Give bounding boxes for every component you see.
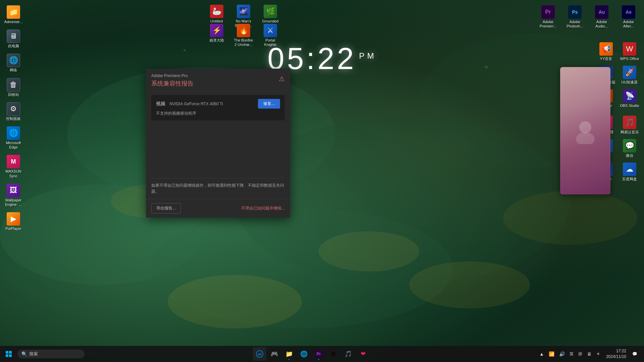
desktop-icon-label-edge: MicrosoftEdge — [6, 141, 21, 149]
desktop-icon-label-control-panel: 控制面板 — [6, 117, 21, 121]
desktop-icon-netease[interactable]: 🎵 网易云音乐 — [619, 114, 641, 136]
desktop-icon-obs[interactable]: 📡 OBS Studio — [619, 87, 641, 110]
taskbar-right-tray: ▲ 📶 🔊 英 拼 🖥 ☀ 17:22 2024/11/10 💬 — [538, 347, 641, 361]
desktop-icon-crash[interactable]: ⚡ 崩溃大陆 — [205, 22, 229, 49]
desktop-icon-adobe-aftereffects[interactable]: Ae AdobeAfter... — [616, 3, 641, 31]
top-right-icons: Pr AdobePremierr... Ps AdobePhotosh... A… — [536, 3, 641, 31]
desktop-icon-yy[interactable]: 📢 YY语音 — [595, 40, 617, 63]
taskbar-settings-icon: ⚙ — [331, 350, 336, 358]
taskbar-tray-keyboard-pinyin[interactable]: 拼 — [577, 350, 584, 358]
dialog-warning-text: 如果不理会已知问题继续操作，则可能遇到性能下降、不稳定和数据丢失问题。 — [151, 178, 285, 195]
taskbar-app-settings[interactable]: ⚙ — [327, 347, 340, 361]
desktop-icon-label-adobe-premiere: AdobePremierr... — [540, 20, 557, 28]
taskbar-app-browser[interactable]: 🌐 — [297, 347, 311, 361]
adobe-aftereffects-icon: Ae — [622, 5, 635, 19]
desktop-icon-edge[interactable]: 🌐 MicrosoftEdge — [1, 124, 25, 152]
taskbar-search-text: 搜索 — [29, 351, 38, 357]
desktop-icon-label-network: 网络 — [10, 68, 17, 72]
desktop-icon-label-bonfire: The Bonfire2 Unchar... — [234, 38, 253, 47]
desktop-icon-wallpaper[interactable]: 🖼 WallpaperEngine: ... — [1, 182, 25, 209]
dialog-continue-link[interactable]: 不理会已知问题并继续... — [241, 205, 285, 211]
svg-point-12 — [485, 66, 488, 68]
desktop-icon-label-obs: OBS Studio — [620, 104, 639, 108]
taskbar-search[interactable]: 🔍 搜索 — [17, 350, 85, 358]
desktop-icon-this-pc[interactable]: 🖥 此电脑 — [1, 27, 25, 50]
dialog-section-header: 视频 NVIDIA GeForce RTX 4060 Ti 修复... — [156, 99, 280, 109]
taskbar-date: 2024/11/10 — [606, 354, 626, 360]
dialog-issue-text: 不支持的视频驱动程序 — [156, 111, 280, 116]
taskbar-tray-keyboard-en[interactable]: 英 — [568, 350, 575, 358]
desktop-icon-label-this-pc: 此电脑 — [8, 44, 19, 48]
svg-rect-19 — [9, 354, 12, 357]
desktop-icon-adobe-photoshop[interactable]: Ps AdobePhotosh... — [563, 3, 587, 31]
desktop-icon-uu[interactable]: 🚀 UU加速器 — [619, 64, 641, 86]
svg-rect-16 — [6, 351, 8, 354]
desktop-icon-adobe-audition[interactable]: Au AdobeAudio... — [590, 3, 614, 31]
desktop-icon-admin[interactable]: 📁 Administr... — [1, 3, 25, 26]
svg-point-9 — [503, 191, 637, 245]
desktop-icon-potplayer[interactable]: ▶ PotPlayer — [1, 210, 25, 233]
edge-taskbar-icon — [256, 350, 263, 358]
dialog-footer: 导出报告... 不理会已知问题并继续... — [146, 199, 290, 218]
taskbar-tray-sound[interactable]: 🔊 — [558, 350, 566, 358]
desktop-icon-network[interactable]: 🌐 网络 — [1, 52, 25, 74]
desktop-icon-maxsun[interactable]: M MAXSUNSync — [1, 153, 25, 180]
svg-point-10 — [183, 49, 185, 51]
desktop-icon-wps[interactable]: W WPS Office — [619, 40, 641, 63]
taskbar-app-premiere[interactable]: Pr — [312, 347, 325, 361]
dialog-section-subtitle: NVIDIA GeForce RTX 4060 Ti — [169, 102, 223, 106]
svg-point-14 — [579, 121, 591, 133]
svg-point-5 — [168, 275, 302, 328]
side-photo-inner — [560, 67, 610, 194]
left-desktop-icons: 📁 Administr... 🖥 此电脑 🌐 网络 🗑 回收站 ⚙ 控制面板 🌐… — [0, 0, 27, 236]
taskbar-app-chat[interactable]: ❤ — [356, 347, 370, 361]
adobe-premiere-icon: Pr — [541, 5, 555, 19]
dialog-header: Adobe Premiere Pro 系统兼容性报告 ⚠ — [146, 69, 290, 91]
taskbar-tray-network[interactable]: 📶 — [547, 350, 556, 358]
taskbar-chat-icon: ❤ — [361, 350, 366, 358]
desktop-icon-recycle[interactable]: 🗑 回收站 — [1, 76, 25, 99]
desktop-icon-label-crash: 崩溃大陆 — [209, 38, 224, 43]
desktop-icon-wechat[interactable]: 💬 微信 — [619, 137, 641, 160]
svg-point-15 — [576, 132, 595, 144]
taskbar-tray-display[interactable]: 🖥 — [586, 350, 593, 358]
svg-point-8 — [409, 261, 530, 308]
desktop-icon-bonfire[interactable]: 🔥 The Bonfire2 Unchar... — [231, 22, 256, 49]
taskbar-tray-expand[interactable]: ▲ — [538, 350, 545, 358]
taskbar-app-edge[interactable] — [253, 347, 266, 361]
taskbar-notification-center[interactable]: 💬 — [631, 350, 639, 358]
taskbar-browser-icon: 🌐 — [300, 350, 308, 358]
dialog-export-button[interactable]: 导出报告... — [151, 203, 181, 214]
side-photo-panel — [560, 67, 610, 194]
desktop-icon-label-wechat: 微信 — [626, 154, 633, 158]
windows-logo-icon — [6, 351, 12, 357]
dialog-title: 系统兼容性报告 — [151, 79, 285, 87]
desktop-icon-label-wps: WPS Office — [620, 57, 639, 61]
dialog-fix-button[interactable]: 修复... — [258, 99, 280, 109]
desktop-icon-label-uu: UU加速器 — [622, 80, 638, 84]
desktop-icon-label-wallpaper: WallpaperEngine: ... — [5, 198, 22, 207]
adobe-photoshop-icon: Ps — [568, 5, 582, 19]
taskbar-start-button[interactable] — [3, 348, 15, 360]
display-icon: 🖥 — [587, 351, 592, 357]
taskbar-tray-brightness[interactable]: ☀ — [595, 350, 601, 358]
taskbar-app-game[interactable]: 🎮 — [268, 347, 281, 361]
desktop-icon-baidu[interactable]: ☁ 百度网盘 — [619, 161, 641, 183]
desktop-icon-label-adobe-aftereffects: AdobeAfter... — [623, 20, 634, 28]
desktop-icon-label-adobe-audition: AdobeAudio... — [595, 20, 608, 28]
taskbar-files-icon: 📁 — [285, 350, 293, 358]
dialog-warning-icon: ⚠ — [279, 75, 285, 83]
taskbar: 🔍 搜索 🎮 📁 🌐 Pr ⚙ 🎵 ❤ — [0, 346, 644, 362]
taskbar-app-music[interactable]: 🎵 — [341, 347, 355, 361]
taskbar-game-icon: 🎮 — [271, 350, 278, 358]
desktop-icon-control-panel[interactable]: ⚙ 控制面板 — [1, 100, 25, 123]
taskbar-clock[interactable]: 17:22 2024/11/10 — [603, 347, 629, 361]
sound-icon: 🔊 — [559, 351, 565, 357]
tray-expand-icon: ▲ — [539, 351, 544, 357]
taskbar-app-files[interactable]: 📁 — [282, 347, 296, 361]
svg-point-6 — [319, 231, 419, 272]
desktop-icon-label-baidu: 百度网盘 — [622, 177, 637, 181]
desktop-icon-label-adobe-photoshop: AdobePhotosh... — [567, 20, 583, 28]
desktop-icon-label-netease: 网易云音乐 — [621, 130, 639, 134]
desktop-icon-adobe-premiere[interactable]: Pr AdobePremierr... — [536, 3, 560, 31]
